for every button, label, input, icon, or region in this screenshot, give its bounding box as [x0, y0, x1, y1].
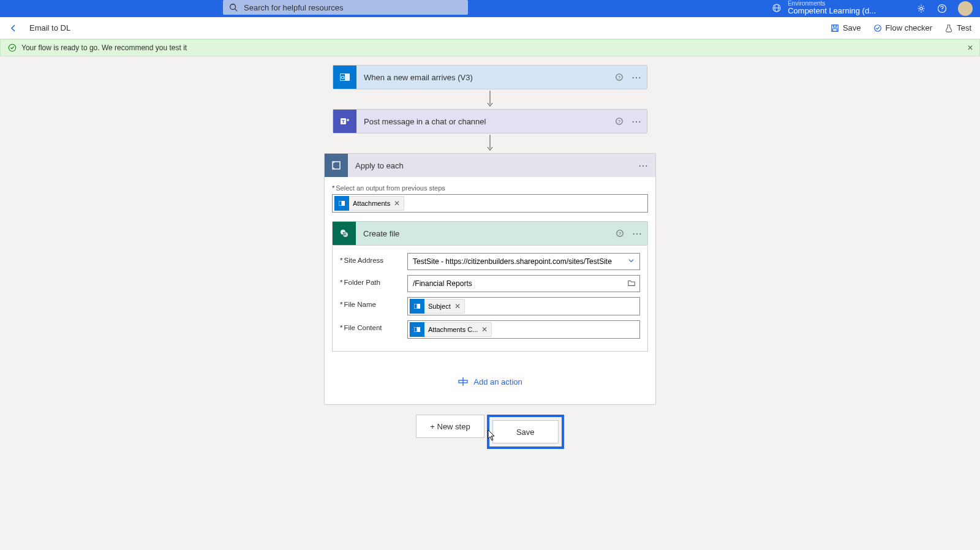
flow-canvas: O When a new email arrives (V3) ? ⋯ T Po… [0, 56, 980, 449]
trigger-title: When a new email arrives (V3) [356, 66, 614, 89]
help-icon[interactable]: ? [614, 116, 625, 127]
more-icon[interactable]: ⋯ [631, 228, 643, 239]
svg-text:S: S [342, 231, 346, 236]
search-placeholder: Search for helpful resources [244, 3, 344, 12]
app-header: Search for helpful resources Environment… [0, 0, 980, 17]
remove-token-icon[interactable]: ✕ [481, 325, 488, 334]
more-icon[interactable]: ⋯ [631, 116, 642, 127]
remove-token-icon[interactable]: ✕ [454, 302, 461, 311]
ready-notification: Your flow is ready to go. We recommend y… [0, 39, 980, 56]
svg-line-1 [235, 9, 238, 12]
outlook-token-icon [410, 299, 424, 314]
apply-input[interactable]: Attachments ✕ [332, 194, 648, 213]
add-action-button[interactable]: Add an action [332, 376, 648, 387]
svg-rect-27 [339, 202, 342, 206]
svg-point-21 [347, 119, 349, 121]
svg-text:?: ? [618, 119, 621, 124]
search-input[interactable]: Search for helpful resources [223, 0, 468, 15]
environment-name: Competent Learning (d... [788, 7, 876, 15]
outlook-icon: O [333, 66, 356, 89]
folder-path-label: Folder Path [340, 275, 407, 286]
svg-rect-36 [415, 328, 417, 332]
site-address-label: Site Address [340, 253, 407, 264]
svg-text:?: ? [619, 231, 622, 236]
teams-icon: T [333, 110, 356, 133]
add-action-icon [458, 376, 469, 387]
file-content-label: File Content [340, 320, 407, 331]
loop-icon [325, 154, 348, 177]
svg-text:T: T [342, 119, 345, 124]
outlook-token-icon [334, 196, 349, 211]
back-button[interactable]: Email to DL [9, 23, 70, 33]
folder-path-input[interactable]: /Financial Reports [407, 275, 640, 292]
svg-rect-9 [833, 24, 836, 27]
sharepoint-icon: S [333, 222, 356, 245]
apply-to-each-header[interactable]: Apply to each ⋯ [325, 154, 655, 177]
chevron-down-icon [628, 257, 635, 266]
svg-point-5 [920, 7, 922, 10]
close-icon[interactable]: ✕ [967, 43, 973, 52]
svg-text:?: ? [618, 75, 621, 80]
environment-picker[interactable]: Environments Competent Learning (d... [772, 0, 876, 15]
success-icon [8, 43, 17, 52]
svg-rect-10 [832, 28, 837, 31]
apply-input-label: Select an output from previous steps [332, 184, 648, 192]
new-step-button[interactable]: + New step [416, 415, 484, 438]
test-icon [944, 24, 953, 32]
apply-title: Apply to each [348, 161, 638, 170]
connector-arrow [333, 89, 647, 109]
svg-text:O: O [341, 75, 344, 80]
token-attachments-content[interactable]: Attachments C... ✕ [409, 322, 492, 337]
help-icon[interactable]: ? [614, 228, 625, 239]
flow-toolbar: Email to DL Save Flow checker Test [0, 17, 980, 39]
flow-checker-icon [873, 24, 882, 32]
svg-point-0 [230, 4, 236, 10]
back-arrow-icon [9, 23, 18, 33]
trigger-card[interactable]: O When a new email arrives (V3) ? ⋯ [333, 65, 647, 89]
token-attachments[interactable]: Attachments ✕ [334, 196, 404, 211]
svg-point-7 [941, 10, 942, 11]
svg-point-11 [874, 24, 881, 31]
teams-title: Post message in a chat or channel [356, 110, 614, 133]
more-icon[interactable]: ⋯ [631, 72, 642, 83]
connector-arrow [333, 134, 647, 153]
file-name-label: File Name [340, 297, 407, 308]
help-icon[interactable] [937, 4, 947, 13]
toolbar-test[interactable]: Test [944, 23, 971, 32]
save-button[interactable]: Save [492, 420, 559, 443]
file-content-input[interactable]: Attachments C... ✕ [407, 320, 640, 339]
toolbar-save[interactable]: Save [831, 23, 861, 32]
help-icon[interactable]: ? [614, 72, 625, 83]
more-icon[interactable]: ⋯ [638, 160, 655, 171]
create-file-title: Create file [356, 222, 614, 245]
save-icon [831, 24, 839, 32]
svg-rect-34 [415, 304, 417, 309]
remove-token-icon[interactable]: ✕ [394, 199, 400, 208]
toolbar-flow-checker[interactable]: Flow checker [873, 23, 933, 32]
folder-browse-icon[interactable] [627, 279, 636, 289]
apply-to-each-container: Apply to each ⋯ Select an output from pr… [324, 153, 656, 405]
create-file-card[interactable]: S Create file ? ⋯ [332, 221, 648, 246]
gear-icon[interactable] [916, 4, 926, 13]
token-subject[interactable]: Subject ✕ [409, 299, 465, 314]
environment-icon [772, 3, 782, 13]
file-name-input[interactable]: Subject ✕ [407, 297, 640, 315]
notification-text: Your flow is ready to go. We recommend y… [21, 43, 187, 52]
save-button-highlight: Save [487, 415, 564, 449]
search-icon [229, 3, 238, 12]
site-address-select[interactable]: TestSite - https://citizenbuilders.share… [407, 253, 640, 270]
flow-title: Email to DL [29, 23, 70, 32]
footer-buttons: + New step Save [324, 415, 656, 449]
avatar[interactable] [958, 1, 973, 16]
outlook-token-icon [410, 322, 424, 337]
svg-point-12 [9, 44, 15, 51]
teams-action-card[interactable]: T Post message in a chat or channel ? ⋯ [333, 109, 647, 134]
